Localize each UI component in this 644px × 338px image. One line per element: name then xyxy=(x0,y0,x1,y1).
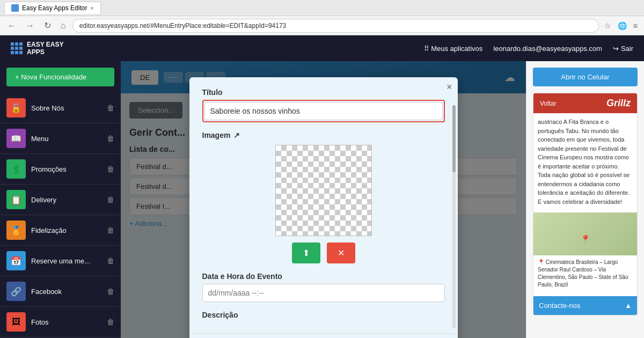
sidebar-item-menu[interactable]: 📖 Menu 🗑 xyxy=(0,123,121,154)
header-right: ⠿ Meus aplicativos leonardo.dias@easyeas… xyxy=(424,45,633,53)
sidebar-label-reserve: Reserve uma me... xyxy=(31,257,101,265)
image-upload-btn[interactable]: ⬆ xyxy=(292,243,320,263)
exit-label: Sair xyxy=(621,45,633,53)
sidebar-item-sobre-nos[interactable]: 🔓 Sobre Nós 🗑 xyxy=(0,93,121,123)
back-btn[interactable]: ← xyxy=(4,20,19,32)
open-celular-btn[interactable]: Abrir no Celular xyxy=(533,68,638,86)
sidebar-label-delivery: Delivery xyxy=(31,196,101,204)
app-logo: EASY EASY APPS xyxy=(11,41,63,56)
chevron-up-icon: ▲ xyxy=(625,302,632,310)
delivery-icon: 📋 xyxy=(6,190,26,209)
sidebar-label-facebook: Facebook xyxy=(31,288,101,296)
image-delete-btn[interactable]: ✕ xyxy=(327,243,355,263)
delete-icon-fidelizacao[interactable]: 🗑 xyxy=(107,226,114,234)
sidebar-label-sobre-nos: Sobre Nós xyxy=(31,104,101,112)
fidelizacao-icon: 🏅 xyxy=(6,221,26,240)
logo-text: EASY EASY APPS xyxy=(27,41,63,56)
sidebar-item-facebook[interactable]: 🔗 Facebook 🗑 xyxy=(0,276,121,307)
sair-btn[interactable]: ↪ Sair xyxy=(613,45,633,53)
promo-icon: 💲 xyxy=(6,159,26,179)
menu-icon[interactable]: ≡ xyxy=(631,20,640,31)
delete-icon-fotos[interactable]: 🗑 xyxy=(107,318,114,326)
contacte-label: Contacte-nos xyxy=(539,302,580,310)
delete-icon-reserve[interactable]: 🗑 xyxy=(107,256,114,265)
delete-icon-menu[interactable]: 🗑 xyxy=(107,134,114,143)
open-icon: 🔓 xyxy=(6,98,26,117)
modal-dialog: × Título Imagem ↗ xyxy=(189,77,458,338)
meus-aplicativos-btn[interactable]: ⠿ Meus aplicativos xyxy=(424,45,483,53)
browser-toolbar: ← → ↻ ⌂ editor.easyeasyapps.net/#MenuEnt… xyxy=(0,16,644,35)
facebook-icon: 🔗 xyxy=(6,282,26,301)
phone-header: Voltar Grillz xyxy=(533,93,637,113)
date-label: Data e Hora do Evento xyxy=(202,272,445,281)
map-pin-icon: 📍 xyxy=(580,234,591,245)
toolbar-icons: ☆ 🌐 ≡ xyxy=(602,20,640,31)
forward-btn[interactable]: → xyxy=(23,20,38,32)
upload-icon: ⬆ xyxy=(303,248,310,258)
tab-close-btn[interactable]: × xyxy=(90,5,93,11)
tab-favicon xyxy=(11,4,19,12)
tab-title: Easy Easy Apps Editor xyxy=(22,4,87,12)
delete-icon: ✕ xyxy=(338,248,345,258)
address-bar[interactable]: editor.easyeasyapps.net/#MenuEntryPlace:… xyxy=(72,19,599,33)
phone-brand: Grillz xyxy=(606,98,631,109)
title-input-wrapper xyxy=(202,100,445,122)
globe-icon[interactable]: 🌐 xyxy=(616,20,629,31)
browser-tab[interactable]: Easy Easy Apps Editor × xyxy=(4,2,101,14)
image-label: Imagem ↗ xyxy=(202,131,445,139)
phone-back-btn[interactable]: Voltar xyxy=(540,100,557,107)
delete-icon-sobre-nos[interactable]: 🗑 xyxy=(107,104,114,112)
sidebar-item-reserve[interactable]: 📅 Reserve uma me... 🗑 xyxy=(0,246,121,276)
title-input[interactable] xyxy=(204,102,443,120)
modal-overlay: × Título Imagem ↗ xyxy=(121,61,526,338)
sidebar-item-delivery[interactable]: 📋 Delivery 🗑 xyxy=(0,185,121,215)
phone-map: 📍 xyxy=(533,212,637,255)
app-header: EASY EASY APPS ⠿ Meus aplicativos leonar… xyxy=(0,35,644,61)
sidebar-label-menu: Menu xyxy=(31,135,101,143)
content-area: DE ── ── ── ☁ Seleccion... Gerir Cont...… xyxy=(121,61,526,338)
sidebar-item-fidelizacao[interactable]: 🏅 Fidelização 🗑 xyxy=(0,215,121,246)
sidebar-label-fidelizacao: Fidelização xyxy=(31,226,101,234)
delete-icon-promocoes[interactable]: 🗑 xyxy=(107,165,114,173)
image-buttons: ⬆ ✕ xyxy=(202,243,445,263)
phone-content-text: austríaco A Fita Branca e o português Ta… xyxy=(533,113,637,210)
sidebar-label-fotos: Fotos xyxy=(31,318,101,326)
phone-address: 📍 Cinemateca Brasileira – Largo Senador … xyxy=(533,255,637,292)
modal-scroll-thumb xyxy=(452,105,456,172)
phone-preview: Voltar Grillz austríaco A Fita Branca e … xyxy=(533,93,638,315)
bookmark-icon[interactable]: ☆ xyxy=(602,20,613,31)
contacte-btn[interactable]: Contacte-nos ▲ xyxy=(533,296,637,315)
logo-grid-icon xyxy=(11,42,23,54)
date-input[interactable] xyxy=(202,284,445,302)
exit-icon: ↪ xyxy=(613,45,619,53)
reserve-icon: 📅 xyxy=(6,251,26,270)
modal-body: Título Imagem ↗ ⬆ xyxy=(189,77,458,333)
sidebar-item-promocoes[interactable]: 💲 Promoções 🗑 xyxy=(0,154,121,185)
modal-footer: Salvar xyxy=(189,333,458,338)
fotos-icon: 🖼 xyxy=(6,312,26,332)
title-label: Título xyxy=(202,88,445,97)
desc-label: Descrição xyxy=(202,311,445,319)
sidebar-label-promocoes: Promoções xyxy=(31,165,101,173)
modal-scrollbar[interactable] xyxy=(452,105,456,328)
browser-titlebar: Easy Easy Apps Editor × xyxy=(0,0,644,16)
image-placeholder xyxy=(275,145,372,236)
cursor-indicator: ↗ xyxy=(233,131,240,139)
delete-icon-facebook[interactable]: 🗑 xyxy=(107,287,114,296)
main-layout: + Nova Funcionalidade 🔓 Sobre Nós 🗑 📖 Me… xyxy=(0,61,644,338)
delete-icon-delivery[interactable]: 🗑 xyxy=(107,195,114,204)
home-btn[interactable]: ⌂ xyxy=(57,20,69,32)
menu-icon-sidebar: 📖 xyxy=(6,129,26,148)
sidebar: + Nova Funcionalidade 🔓 Sobre Nós 🗑 📖 Me… xyxy=(0,61,121,338)
address-text: editor.easyeasyapps.net/#MenuEntryPlace:… xyxy=(79,22,287,30)
user-email: leonardo.dias@easyeasyapps.com xyxy=(493,45,602,53)
new-func-btn[interactable]: + Nova Funcionalidade xyxy=(6,68,114,86)
map-placeholder: 📍 xyxy=(533,212,637,255)
refresh-btn[interactable]: ↻ xyxy=(41,19,54,32)
right-panel: Abrir no Celular Voltar Grillz austríaco… xyxy=(526,61,644,338)
sidebar-item-fotos[interactable]: 🖼 Fotos 🗑 xyxy=(0,307,121,337)
modal-close-btn[interactable]: × xyxy=(447,82,452,93)
